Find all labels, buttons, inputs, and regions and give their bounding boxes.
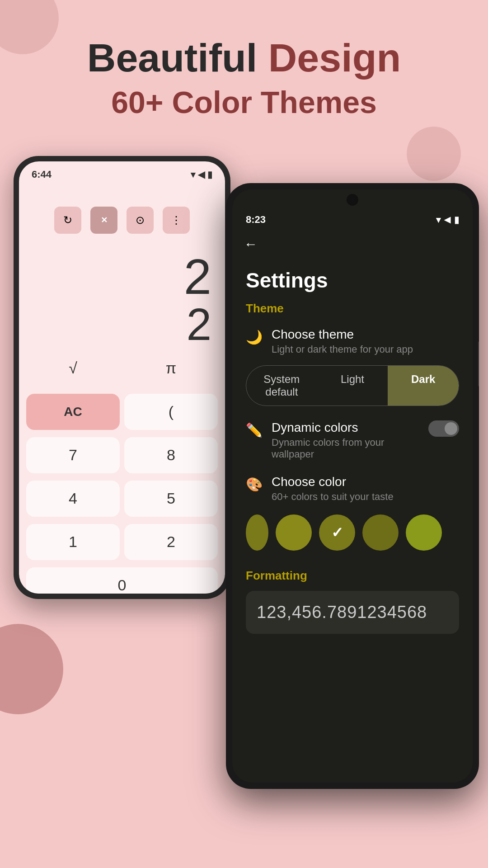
refresh-icon: ↻ [54, 207, 81, 234]
calc-row-ac: AC ( [19, 390, 225, 434]
number-display: 123,456.7891234568 [246, 591, 459, 634]
battery-icon: ▮ [207, 169, 212, 180]
dynamic-colors-text: Dynamic colors Dynamic colors from your … [272, 420, 419, 460]
choose-theme-name: Choose theme [272, 327, 459, 342]
calc-row-symbols: √ π [19, 347, 225, 390]
choose-color-setting: 🎨 Choose color 60+ colors to suit your t… [232, 467, 473, 510]
back-status-icons: ▾ ◀ ▮ [191, 169, 212, 180]
front-signal-icon: ◀ [444, 215, 450, 225]
choose-color-desc: 60+ colors to suit your taste [272, 491, 459, 503]
back-time: 6:44 [32, 169, 52, 180]
choose-color-name: Choose color [272, 475, 459, 489]
calc-btn-ac[interactable]: AC [26, 394, 120, 430]
calc-btn-paren[interactable]: ( [124, 394, 218, 430]
dynamic-colors-toggle-container [428, 420, 459, 437]
calc-row-0: 0 [19, 564, 225, 594]
back-app-icons: ↻ ✕ ⊙ ⋮ [19, 198, 225, 243]
formatting-section-label: Formatting [232, 564, 473, 587]
back-number-1: 2 [19, 252, 225, 302]
back-status-bar: 6:44 ▾ ◀ ▮ [19, 161, 225, 184]
more-icon: ⋮ [163, 207, 190, 234]
front-status-bar: 8:23 ▾ ◀ ▮ [232, 206, 473, 229]
header-title-accent: Design [268, 35, 401, 80]
back-button[interactable]: ← [232, 229, 473, 259]
color-circles [232, 510, 473, 560]
front-battery-icon: ▮ [454, 214, 459, 225]
calc-row-45: 4 5 [19, 477, 225, 520]
choose-color-text: Choose color 60+ colors to suit your tas… [272, 475, 459, 503]
calc-row-12: 1 2 [19, 520, 225, 564]
camera-notch [347, 194, 358, 206]
header-subtitle: 60+ Color Themes [0, 85, 488, 120]
dynamic-colors-toggle[interactable] [428, 420, 459, 437]
front-status-icons: ▾ ◀ ▮ [436, 214, 459, 225]
front-time: 8:23 [246, 214, 266, 226]
phone-back-screen: 6:44 ▾ ◀ ▮ ↻ ✕ ⊙ ⋮ 2 2 √ π [19, 161, 225, 594]
side-button [478, 341, 479, 387]
theme-light[interactable]: Light [317, 366, 388, 406]
calc-btn-pi[interactable]: π [124, 350, 218, 387]
choose-theme-text: Choose theme Light or dark theme for you… [272, 327, 459, 355]
theme-system-default[interactable]: System default [246, 366, 317, 406]
color-circle-1[interactable] [276, 514, 312, 551]
toggle-knob [445, 422, 457, 435]
signal-icon: ◀ [198, 169, 205, 180]
calc-btn-2[interactable]: 2 [124, 524, 218, 560]
choose-theme-setting: 🌙 Choose theme Light or dark theme for y… [232, 320, 473, 363]
header-section: Beautiful Design 60+ Color Themes [0, 0, 488, 138]
dropper-icon: ✏️ [246, 420, 263, 438]
header-title-black: Beautiful [87, 35, 268, 80]
dynamic-colors-name: Dynamic colors [272, 420, 419, 435]
calc-btn-1[interactable]: 1 [26, 524, 120, 560]
color-circle-3[interactable] [362, 514, 399, 551]
calc-btn-0[interactable]: 0 [26, 567, 218, 594]
color-circle-0[interactable] [246, 514, 268, 551]
app-icon-2: ✕ [90, 207, 117, 234]
color-circle-2-selected[interactable] [319, 514, 355, 551]
header-title: Beautiful Design [0, 36, 488, 80]
palette-icon: 🎨 [246, 475, 263, 492]
theme-dark[interactable]: Dark [388, 366, 459, 406]
calc-btn-sqrt[interactable]: √ [26, 350, 120, 387]
phones-container: 6:44 ▾ ◀ ▮ ↻ ✕ ⊙ ⋮ 2 2 √ π [0, 129, 488, 798]
calc-btn-8[interactable]: 8 [124, 437, 218, 473]
clock-icon: ⊙ [127, 207, 154, 234]
calc-btn-4[interactable]: 4 [26, 481, 120, 517]
theme-section-label: Theme [232, 297, 473, 320]
phone-front-screen: 8:23 ▾ ◀ ▮ ← Settings Theme 🌙 Choose the… [232, 189, 473, 783]
phone-front: 8:23 ▾ ◀ ▮ ← Settings Theme 🌙 Choose the… [226, 183, 479, 789]
settings-title: Settings [232, 259, 473, 297]
color-circle-4[interactable] [406, 514, 442, 551]
calc-btn-5[interactable]: 5 [124, 481, 218, 517]
theme-selector: System default Light Dark [246, 365, 459, 406]
choose-theme-desc: Light or dark theme for your app [272, 344, 459, 355]
calc-row-78: 7 8 [19, 434, 225, 477]
moon-icon: 🌙 [246, 327, 263, 345]
front-wifi-icon: ▾ [436, 214, 441, 225]
phone-back: 6:44 ▾ ◀ ▮ ↻ ✕ ⊙ ⋮ 2 2 √ π [14, 156, 230, 599]
back-number-2: 2 [19, 302, 225, 347]
dynamic-colors-setting: ✏️ Dynamic colors Dynamic colors from yo… [232, 413, 473, 467]
calc-btn-7[interactable]: 7 [26, 437, 120, 473]
dynamic-colors-desc: Dynamic colors from your wallpaper [272, 437, 419, 460]
wifi-icon: ▾ [191, 169, 195, 180]
